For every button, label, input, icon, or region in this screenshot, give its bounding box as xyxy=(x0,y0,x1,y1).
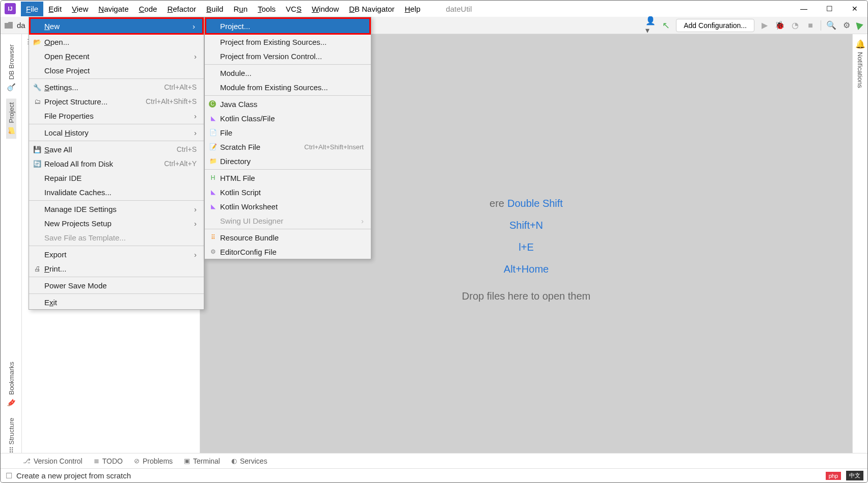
resource-icon: ⠿ xyxy=(209,233,217,242)
search-everywhere-hint: ere Double Shift xyxy=(490,198,563,209)
menu-dbnavigator[interactable]: DB Navigator xyxy=(344,2,399,16)
menu-new-projects-setup[interactable]: New Projects Setup› xyxy=(29,216,204,230)
jetbrains-icon[interactable] xyxy=(856,20,864,30)
navbar-hint: Alt+Home xyxy=(504,263,549,275)
save-icon: 💾 xyxy=(33,145,41,153)
menu-power-save[interactable]: Power Save Mode xyxy=(29,278,204,292)
new-kotlin-worksheet[interactable]: ◣Kotlin Worksheet xyxy=(205,199,371,213)
menu-exit[interactable]: Exit xyxy=(29,295,204,309)
menu-file-properties[interactable]: File Properties› xyxy=(29,109,204,123)
menu-save-template: Save File as Template... xyxy=(29,230,204,245)
file-icon: 📄 xyxy=(209,128,217,137)
folder-icon xyxy=(5,22,13,29)
menu-export[interactable]: Export› xyxy=(29,247,204,261)
print-icon: 🖨 xyxy=(33,264,41,273)
structure-tab[interactable]: ⠿Structure xyxy=(6,414,16,457)
new-project-vcs[interactable]: Project from Version Control... xyxy=(205,49,371,63)
html-icon: H xyxy=(209,174,217,182)
terminal-tool-window[interactable]: ▣Terminal xyxy=(184,457,220,465)
new-project[interactable]: Project... xyxy=(205,17,371,35)
db-browser-tab[interactable]: 🔍DB Browser xyxy=(6,40,16,95)
add-configuration-button[interactable]: Add Configuration... xyxy=(676,19,754,32)
new-kotlin-class[interactable]: ◣Kotlin Class/File xyxy=(205,111,371,125)
debug-icon[interactable]: 🐞 xyxy=(775,20,785,31)
new-file[interactable]: 📄File xyxy=(205,125,371,140)
minimize-button[interactable]: — xyxy=(791,1,817,17)
right-tool-strip: 🔔 Notifications xyxy=(852,34,867,465)
search-icon[interactable]: 🔍 xyxy=(826,20,836,31)
notifications-icon[interactable]: 🔔 xyxy=(855,39,865,49)
structure-icon: 🗂 xyxy=(33,97,41,105)
intellij-icon: IJ xyxy=(5,3,16,14)
folder-open-icon: 📂 xyxy=(33,38,41,46)
bookmarks-tab[interactable]: 🔖Bookmarks xyxy=(6,358,16,411)
new-kotlin-script[interactable]: ◣Kotlin Script xyxy=(205,185,371,199)
menu-project-structure[interactable]: 🗂Project Structure...Ctrl+Alt+Shift+S xyxy=(29,94,204,109)
menu-navigate[interactable]: Navigate xyxy=(93,2,133,16)
menu-new[interactable]: New› xyxy=(29,17,204,35)
new-scratch[interactable]: 📝Scratch FileCtrl+Alt+Shift+Insert xyxy=(205,140,371,154)
notifications-label[interactable]: Notifications xyxy=(856,52,864,88)
branch-icon: ⎇ xyxy=(23,457,31,465)
status-icon[interactable]: ☐ xyxy=(6,471,12,480)
menu-open-recent[interactable]: Open Recent› xyxy=(29,49,204,63)
java-class-icon: C xyxy=(209,100,216,108)
menu-run[interactable]: Run xyxy=(228,2,253,16)
toolbar-project[interactable]: da xyxy=(17,21,25,30)
status-text: Create a new project from scratch xyxy=(16,471,131,480)
new-swing: Swing UI Designer› xyxy=(205,213,371,228)
settings-icon[interactable]: ⚙ xyxy=(842,20,852,31)
tool-window-bar: ⎇Version Control ≣TODO ⊘Problems ▣Termin… xyxy=(1,453,867,468)
menu-vcs[interactable]: VCS xyxy=(281,2,307,16)
vcs-tool-window[interactable]: ⎇Version Control xyxy=(23,457,83,465)
run-icon[interactable]: ▶ xyxy=(760,20,770,31)
menu-manage-ide-settings[interactable]: Manage IDE Settings› xyxy=(29,202,204,216)
list-icon: ≣ xyxy=(94,457,99,465)
new-project-existing[interactable]: Project from Existing Sources... xyxy=(205,35,371,49)
menu-local-history[interactable]: Local History› xyxy=(29,125,204,140)
coverage-icon[interactable]: ◔ xyxy=(790,20,800,31)
menu-build[interactable]: Build xyxy=(201,2,228,16)
new-module-existing[interactable]: Module from Existing Sources... xyxy=(205,80,371,94)
goto-file-hint: Shift+N xyxy=(509,220,543,231)
maximize-button[interactable]: ☐ xyxy=(817,1,842,17)
menu-tools[interactable]: Tools xyxy=(253,2,281,16)
todo-tool-window[interactable]: ≣TODO xyxy=(94,457,123,465)
services-tool-window[interactable]: ◐Services xyxy=(231,457,267,465)
menu-view[interactable]: View xyxy=(67,2,93,16)
build-icon[interactable]: ↖ xyxy=(661,20,671,31)
new-editorconfig[interactable]: ⚙EditorConfig File xyxy=(205,245,371,259)
problems-tool-window[interactable]: ⊘Problems xyxy=(134,457,173,465)
kotlin-script-icon: ◣ xyxy=(209,188,217,196)
menu-print[interactable]: 🖨Print... xyxy=(29,261,204,276)
menu-file[interactable]: File xyxy=(21,2,43,16)
project-tab[interactable]: 📁Project xyxy=(6,98,16,139)
directory-icon: 📁 xyxy=(209,157,217,165)
menu-help[interactable]: Help xyxy=(399,2,425,16)
menu-open[interactable]: 📂Open... xyxy=(29,35,204,49)
new-html[interactable]: HHTML File xyxy=(205,171,371,185)
new-java-class[interactable]: CJava Class xyxy=(205,97,371,111)
new-directory[interactable]: 📁Directory xyxy=(205,154,371,168)
close-button[interactable]: ✕ xyxy=(842,1,867,17)
menu-save-all[interactable]: 💾Save AllCtrl+S xyxy=(29,142,204,156)
php-badge[interactable]: php xyxy=(826,472,841,480)
menu-refactor[interactable]: Refactor xyxy=(162,2,201,16)
scratch-icon: 📝 xyxy=(209,143,217,151)
left-tool-strip: 🔍DB Browser 📁Project 🔖Bookmarks ⠿Structu… xyxy=(1,34,22,465)
menu-close-project[interactable]: Close Project xyxy=(29,63,204,77)
menu-edit[interactable]: Edit xyxy=(43,2,67,16)
menu-window[interactable]: Window xyxy=(307,2,344,16)
menu-code[interactable]: Code xyxy=(134,2,162,16)
stop-icon[interactable]: ■ xyxy=(805,20,816,31)
new-module[interactable]: Module... xyxy=(205,66,371,80)
menu-settings[interactable]: 🔧Settings...Ctrl+Alt+S xyxy=(29,80,204,94)
menubar: IJ FileEditViewNavigateCodeRefactorBuild… xyxy=(1,1,867,17)
menu-reload[interactable]: 🔄Reload All from DiskCtrl+Alt+Y xyxy=(29,156,204,171)
new-submenu: Project... Project from Existing Sources… xyxy=(204,17,371,259)
menu-repair-ide[interactable]: Repair IDE xyxy=(29,171,204,185)
user-icon[interactable]: 👤▾ xyxy=(645,20,656,31)
menu-invalidate-caches[interactable]: Invalidate Caches... xyxy=(29,185,204,199)
lang-badge[interactable]: 中文 xyxy=(846,471,863,480)
new-resource-bundle[interactable]: ⠿Resource Bundle xyxy=(205,230,371,245)
